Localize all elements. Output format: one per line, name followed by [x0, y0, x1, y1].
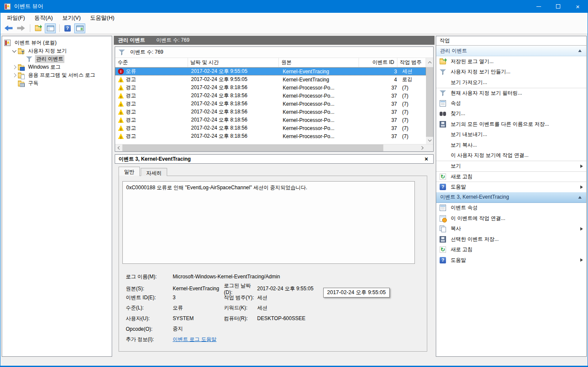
- cell-event-id: 37: [361, 117, 400, 123]
- action-item-label: 저장된 로그 열기...: [451, 58, 583, 65]
- window-title: 이벤트 뷰어: [14, 3, 43, 10]
- action-item[interactable]: 이 이벤트에 작업 연결...: [436, 213, 586, 224]
- action-item[interactable]: 속성: [436, 98, 586, 109]
- scroll-right-button[interactable]: [419, 144, 426, 151]
- chevron-collapsed-icon[interactable]: [12, 73, 17, 78]
- action-item[interactable]: 이 사용자 지정 보기에 작업 연결...: [436, 150, 586, 161]
- cell-event-id: 3: [361, 69, 400, 75]
- tree-item-4[interactable]: 응용 프로그램 및 서비스 로그: [2, 71, 112, 79]
- action-item[interactable]: 보기: [436, 161, 586, 171]
- action-item[interactable]: 찾기...: [436, 109, 586, 119]
- event-log-help-link[interactable]: 이벤트 로그 도움말: [173, 336, 224, 343]
- field-label: 수준(L):: [126, 304, 173, 312]
- action-item[interactable]: 도움말: [436, 255, 586, 266]
- app-icon: [4, 3, 11, 10]
- action-pane-toggle-button[interactable]: [74, 23, 85, 33]
- table-row[interactable]: 경고 2017-02-24 오후 8:18:56 Kernel-Processo…: [115, 108, 426, 116]
- field-label: Opcode(O):: [126, 326, 173, 332]
- tree-item-0[interactable]: 이벤트 뷰어 (로컬): [2, 39, 112, 47]
- cell-category: 로깅: [400, 76, 426, 83]
- action-item[interactable]: 보기 가져오기...: [436, 77, 586, 88]
- chevron-collapsed-icon[interactable]: [12, 65, 17, 69]
- action-item-label: 현재 사용자 지정 보기 필터링...: [451, 90, 583, 97]
- tree-item-2[interactable]: 관리 이벤트: [2, 55, 112, 63]
- action-section-header-1[interactable]: 이벤트 3, Kernel-EventTracing: [436, 192, 586, 203]
- column-header-1[interactable]: 날짜 및 시간: [188, 58, 279, 67]
- arrow-back-button[interactable]: [3, 23, 14, 33]
- table-row[interactable]: 경고 2017-02-24 오후 8:18:56 Kernel-Processo…: [115, 132, 426, 140]
- action-item[interactable]: 보기 복사...: [436, 140, 586, 150]
- table-row[interactable]: 경고 2017-02-24 오후 8:18:56 Kernel-Processo…: [115, 124, 426, 132]
- console-tree: 이벤트 뷰어 (로컬)사용자 지정 보기관리 이벤트Windows 로그응용 프…: [2, 36, 112, 357]
- minimize-button[interactable]: [529, 0, 548, 13]
- help-icon: [64, 25, 71, 32]
- vertical-scroll-thumb[interactable]: [426, 67, 433, 137]
- funnel-icon: [26, 56, 32, 62]
- horizontal-scroll-track[interactable]: [122, 144, 419, 151]
- open-saved-log-button[interactable]: [32, 23, 43, 33]
- table-row[interactable]: 오류 2017-02-24 오후 9:55:05 Kernel-EventTra…: [115, 67, 426, 75]
- menu-item-2[interactable]: 보기(V): [58, 13, 85, 23]
- actions-pane: 작업 관리 이벤트 저장된 로그 열기... 사용자 지정 보기 만들기... …: [436, 36, 587, 357]
- cell-category: (7): [400, 125, 426, 131]
- scroll-left-button[interactable]: [115, 144, 122, 151]
- tree-item-label: 사용자 지정 보기: [27, 47, 68, 55]
- action-item[interactable]: 복사: [436, 224, 586, 234]
- help-toolbar-button[interactable]: [62, 23, 73, 33]
- action-item[interactable]: 새로 고침: [436, 171, 586, 182]
- action-item[interactable]: 선택한 이벤트 저장...: [436, 234, 586, 245]
- action-item[interactable]: 새로 고침: [436, 245, 586, 255]
- field-value: SYSTEM: [173, 315, 224, 321]
- action-item[interactable]: 사용자 지정 보기 만들기...: [436, 67, 586, 78]
- console-tree-icon: [47, 26, 54, 31]
- tree-item-3[interactable]: Windows 로그: [2, 63, 112, 71]
- action-item[interactable]: 보기의 모든 이벤트를 다른 이름으로 저장...: [436, 119, 586, 130]
- cell-category: (7): [400, 93, 426, 99]
- action-item[interactable]: 현재 사용자 지정 보기 필터링...: [436, 88, 586, 98]
- table-row[interactable]: 경고 2017-02-24 오후 8:18:56 Kernel-Processo…: [115, 116, 426, 124]
- action-item[interactable]: 보기 내보내기...: [436, 130, 586, 140]
- table-row[interactable]: 경고 2017-02-24 오후 9:55:05 Kernel-EventTra…: [115, 75, 426, 84]
- preview-close-button[interactable]: ×: [423, 156, 430, 162]
- console-tree-button[interactable]: [45, 23, 56, 33]
- action-item[interactable]: 이벤트 속성: [436, 203, 586, 214]
- submenu-arrow-icon: [580, 165, 583, 168]
- tab-0[interactable]: 일반: [119, 167, 140, 176]
- maximize-button[interactable]: [548, 0, 568, 13]
- column-header-0[interactable]: 수준: [115, 58, 188, 67]
- table-row[interactable]: 경고 2017-02-24 오후 8:18:56 Kernel-Processo…: [115, 92, 426, 100]
- close-button[interactable]: ×: [568, 0, 588, 13]
- tree-item-1[interactable]: 사용자 지정 보기: [2, 47, 112, 55]
- close-icon: ×: [576, 3, 580, 10]
- field-label: 컴퓨터(R):: [224, 315, 257, 322]
- scroll-up-button[interactable]: [426, 58, 433, 67]
- table-row[interactable]: 경고 2017-02-24 오후 8:18:56 Kernel-Processo…: [115, 100, 426, 108]
- vertical-scrollbar[interactable]: [426, 67, 433, 144]
- field-row-0: 로그 이름(M):Microsoft-Windows-Kernel-EventT…: [122, 272, 423, 282]
- column-header-4[interactable]: 작업 범주: [397, 58, 426, 67]
- chevron-expanded-icon[interactable]: [12, 48, 17, 52]
- event-description[interactable]: 0xC0000188 오류로 인해 "EventLog-AirSpaceChan…: [122, 181, 415, 264]
- field-label: 사용자(U):: [126, 315, 173, 322]
- action-item-label: 새로 고침: [451, 173, 583, 180]
- scroll-down-button[interactable]: [426, 137, 433, 144]
- action-item[interactable]: 저장된 로그 열기...: [436, 56, 586, 67]
- column-header-2[interactable]: 원본: [279, 58, 359, 67]
- arrow-forward-button[interactable]: [15, 23, 26, 33]
- menu-item-3[interactable]: 도움말(H): [85, 13, 119, 23]
- column-header-3[interactable]: 이벤트 ID: [359, 58, 397, 67]
- results-pane-header: 관리 이벤트 이벤트 수: 769: [114, 36, 434, 45]
- cell-datetime: 2017-02-24 오후 8:18:56: [188, 133, 280, 140]
- menu-item-1[interactable]: 동작(A): [30, 13, 58, 23]
- submenu-arrow-icon: [580, 227, 583, 231]
- action-section-header-0[interactable]: 관리 이벤트: [436, 46, 586, 56]
- tree-item-label: 이벤트 뷰어 (로컬): [13, 39, 58, 47]
- field-row-6: 추가 정보(I):이벤트 로그 도움말: [122, 334, 423, 345]
- horizontal-scrollbar[interactable]: [115, 144, 433, 151]
- horizontal-scroll-thumb[interactable]: [122, 144, 383, 151]
- table-row[interactable]: 경고 2017-02-24 오후 8:18:56 Kernel-Processo…: [115, 84, 426, 92]
- menu-item-0[interactable]: 파일(F): [2, 13, 30, 23]
- tree-item-5[interactable]: 구독: [2, 79, 112, 87]
- action-item[interactable]: 도움말: [436, 182, 586, 192]
- tab-1[interactable]: 자세히: [141, 168, 167, 176]
